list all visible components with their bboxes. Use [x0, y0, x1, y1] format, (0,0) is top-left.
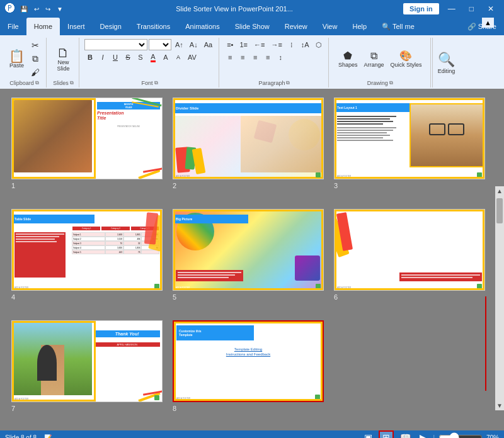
customize-qat-btn[interactable]: ▼: [54, 4, 66, 14]
font-size-small-btn[interactable]: A: [173, 52, 184, 63]
view-sorter-btn[interactable]: ⊞: [379, 430, 394, 438]
format-painter-button[interactable]: 🖌: [28, 66, 42, 79]
clipboard-expand-icon[interactable]: ⧉: [35, 80, 39, 86]
clear-format-btn[interactable]: Aa: [202, 39, 215, 50]
tab-tell-me[interactable]: 🔍 Tell me: [374, 18, 422, 35]
zoom-slider[interactable]: [438, 432, 483, 438]
tab-file[interactable]: File: [0, 18, 26, 35]
bullets-btn[interactable]: ≡•: [224, 39, 236, 50]
slide-item-8[interactable]: Customize thisTemplate Template EditingI…: [173, 320, 324, 422]
align-center-btn[interactable]: ≡: [237, 52, 248, 63]
font-row-1: A↑ A↓ Aa: [84, 39, 215, 50]
paragraph-expand-icon[interactable]: ⧉: [286, 80, 290, 86]
justify-btn[interactable]: ≡: [262, 52, 273, 63]
editing-group: 🔍 Editing: [432, 38, 461, 87]
slide-number-8: 8: [173, 405, 176, 412]
slide-thumb-1[interactable]: MONTHYEAR PresentationTitle PRESENTATION…: [11, 98, 163, 179]
shapes-button[interactable]: ⬟ Shapes: [336, 48, 360, 69]
copy-icon: ⧉: [32, 53, 38, 64]
arrange-button[interactable]: ⧉ Arrange: [361, 49, 386, 69]
drawing-expand-icon[interactable]: ⧉: [389, 80, 393, 86]
slide-item-3[interactable]: Text Layout 1: [334, 98, 485, 199]
slide-count-label: Slide 8 of 8: [5, 434, 37, 439]
shadow-btn[interactable]: S: [135, 52, 146, 63]
slide-item-2[interactable]: Divider Slide: [173, 98, 324, 199]
slide-thumb-3[interactable]: Text Layout 1: [334, 98, 485, 179]
paste-button[interactable]: 📋 Paste: [6, 48, 27, 70]
zoom-separator: |: [433, 434, 435, 439]
align-left-btn[interactable]: ≡: [224, 52, 236, 63]
columns-btn[interactable]: ⫶: [286, 39, 297, 50]
notes-btn[interactable]: 📝: [42, 434, 54, 439]
scroll-thumb[interactable]: [496, 198, 503, 223]
font-family-dropdown[interactable]: [84, 39, 147, 50]
quick-styles-button[interactable]: 🎨 Quick Styles: [387, 48, 424, 69]
line-spacing-btn[interactable]: ↕: [275, 52, 286, 63]
slide-item-7[interactable]: Thank You! APRIL HANSSON ADD A FOOTER 7: [11, 320, 163, 422]
underline-btn[interactable]: U: [110, 52, 121, 63]
slide-thumb-5[interactable]: Big Picture ADD A FOOTER: [173, 209, 324, 291]
numbering-btn[interactable]: 1≡: [237, 39, 250, 50]
tab-review[interactable]: Review: [277, 18, 315, 35]
view-normal-btn[interactable]: ▣: [362, 432, 375, 438]
minimize-button[interactable]: —: [443, 0, 461, 18]
bold-btn[interactable]: B: [84, 52, 96, 63]
font-color-btn[interactable]: A: [147, 52, 159, 63]
increase-font-btn[interactable]: A↑: [173, 39, 186, 50]
increase-indent-btn[interactable]: →≡: [268, 39, 284, 50]
view-reading-btn[interactable]: 📖: [398, 432, 413, 438]
text-direction-btn[interactable]: ↕A: [299, 39, 312, 50]
tab-view[interactable]: View: [315, 18, 345, 35]
view-slideshow-btn[interactable]: ▶: [417, 432, 429, 438]
tab-insert[interactable]: Insert: [60, 18, 93, 35]
slide-item-1[interactable]: MONTHYEAR PresentationTitle PRESENTATION…: [11, 98, 163, 199]
scroll-up-btn[interactable]: ▲: [495, 186, 504, 196]
editing-icon: 🔍: [438, 52, 455, 68]
slide-thumb-8[interactable]: Customize thisTemplate Template EditingI…: [173, 320, 324, 402]
paste-icon: 📋: [9, 50, 25, 62]
ribbon-group-paragraph: ≡• 1≡ ←≡ →≡ ⫶ ↕A ⬡ ≡ ≡ ≡ ≡ ↕ Paragraph ⧉: [220, 38, 329, 87]
scroll-down-btn[interactable]: ▼: [495, 401, 504, 410]
ribbon-collapse-btn[interactable]: ▲: [482, 18, 494, 28]
slide-thumb-4[interactable]: Table Slide Category 1 Category 2 Catego…: [11, 209, 163, 291]
undo-qat-btn[interactable]: ↩: [32, 4, 42, 14]
tab-animations[interactable]: Animations: [178, 18, 227, 35]
new-slide-button[interactable]: 🗋 NewSlide: [54, 45, 72, 73]
clipboard-label: Clipboard ⧉: [9, 80, 39, 86]
title-bar-left: 🅟 💾 ↩ ↪ ▼: [5, 3, 66, 14]
clipboard-buttons: 📋 Paste ✂ ⧉ 🖌: [6, 39, 42, 79]
maximize-button[interactable]: □: [464, 0, 479, 18]
align-right-btn[interactable]: ≡: [249, 52, 261, 63]
close-button[interactable]: ✕: [483, 0, 499, 18]
font-size-a-btn[interactable]: A: [160, 52, 171, 63]
slide-item-4[interactable]: Table Slide Category 1 Category 2 Catego…: [11, 209, 163, 310]
slide-item-6[interactable]: ADD A FOOTER 6: [334, 209, 485, 310]
font-size-dropdown[interactable]: [149, 39, 171, 50]
status-left: Slide 8 of 8 📝: [5, 434, 54, 439]
slide-thumb-7[interactable]: Thank You! APRIL HANSSON ADD A FOOTER: [11, 320, 163, 402]
slide-thumb-2[interactable]: Divider Slide: [173, 98, 324, 179]
slide-thumb-6[interactable]: ADD A FOOTER: [334, 209, 485, 291]
char-spacing-btn[interactable]: AV: [185, 52, 199, 63]
save-qat-btn[interactable]: 💾: [18, 4, 30, 14]
strikethrough-btn[interactable]: S: [122, 52, 134, 63]
smart-art-btn[interactable]: ⬡: [313, 39, 324, 50]
slides-label: Slides ⧉: [53, 80, 74, 86]
redo-qat-btn[interactable]: ↪: [43, 4, 53, 14]
status-bar: Slide 8 of 8 📝 ▣ ⊞ 📖 ▶ | 70%: [0, 430, 504, 438]
tab-home[interactable]: Home: [26, 18, 60, 35]
slides-expand-icon[interactable]: ⧉: [70, 80, 74, 86]
tab-transitions[interactable]: Transitions: [129, 18, 178, 35]
decrease-font-btn[interactable]: A↓: [187, 39, 200, 50]
slide-item-5[interactable]: Big Picture ADD A FOOTER 5: [173, 209, 324, 310]
decrease-indent-btn[interactable]: ←≡: [251, 39, 267, 50]
cut-button[interactable]: ✂: [28, 39, 42, 52]
font-expand-icon[interactable]: ⧉: [154, 80, 158, 86]
tab-help[interactable]: Help: [345, 18, 374, 35]
tab-design[interactable]: Design: [93, 18, 129, 35]
tab-slideshow[interactable]: Slide Show: [227, 18, 277, 35]
slide-number-5: 5: [173, 293, 176, 301]
signin-button[interactable]: Sign in: [403, 3, 439, 14]
copy-button[interactable]: ⧉: [28, 52, 42, 65]
italic-btn[interactable]: I: [97, 52, 108, 63]
